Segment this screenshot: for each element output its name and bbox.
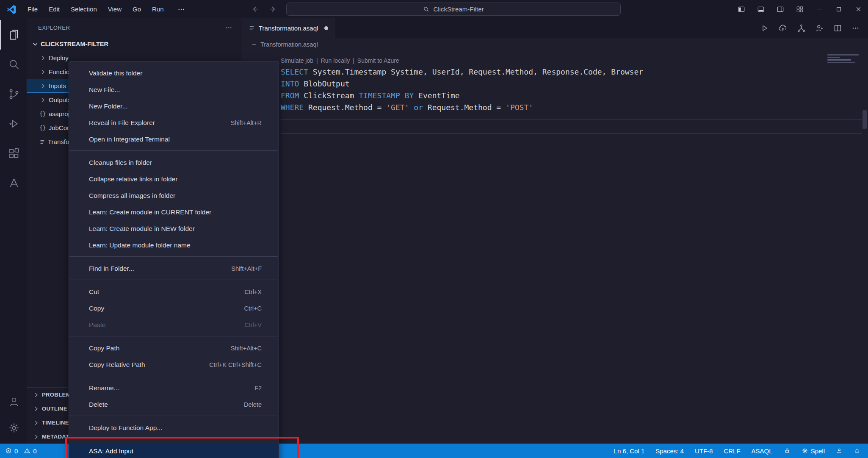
- indentation[interactable]: Spaces: 4: [655, 447, 684, 455]
- modified-dot-icon[interactable]: [324, 26, 328, 30]
- menu-item-cut[interactable]: CutCtrl+X: [69, 283, 279, 300]
- customize-layout-icon[interactable]: [790, 0, 810, 18]
- account-icon[interactable]: [0, 389, 27, 415]
- notifications-bell-icon[interactable]: [854, 447, 860, 454]
- explorer-icon[interactable]: [0, 20, 27, 50]
- menu-run[interactable]: Run: [147, 0, 169, 18]
- settings-gear-icon[interactable]: [0, 415, 27, 441]
- menu-item-deploy-to-function-app[interactable]: Deploy to Function App...: [69, 419, 279, 436]
- split-editor-icon[interactable]: [833, 24, 842, 33]
- minimize-icon[interactable]: [810, 0, 829, 18]
- menu-item-copy-path[interactable]: Copy PathShift+Alt+C: [69, 340, 279, 356]
- menu-item-validate-this-folder[interactable]: Validate this folder: [69, 65, 279, 81]
- chevron-right-icon: [33, 391, 39, 398]
- codelens-run-locally[interactable]: Run locally: [321, 57, 350, 64]
- menu-item-label: Reveal in File Explorer: [89, 119, 155, 127]
- menu-item-rename[interactable]: Rename...F2: [69, 380, 279, 396]
- code-line: FROM ClickStream TIMESTAMP BY EventTime: [281, 90, 868, 102]
- menu-item-shortcut: Shift+Alt+C: [231, 345, 262, 352]
- search-sidebar-icon[interactable]: [0, 50, 27, 79]
- menu-item-cleanup-files-in-folder[interactable]: Cleanup files in folder: [69, 154, 279, 171]
- live-share-icon[interactable]: [815, 24, 824, 33]
- cursor-position[interactable]: Ln 6, Col 1: [614, 447, 645, 455]
- menu-more-icon[interactable]: [172, 0, 191, 18]
- editor-more-actions-icon[interactable]: [851, 24, 860, 32]
- minimap[interactable]: [827, 54, 860, 63]
- toggle-sidebar-icon[interactable]: [732, 0, 751, 18]
- code-editor[interactable]: Simulate job|Run locally|Submit to Azure…: [242, 51, 868, 444]
- menu-item-learn-create-module-in-new-folder[interactable]: Learn: Create module in NEW folder: [69, 220, 279, 237]
- toggle-panel-icon[interactable]: [751, 0, 771, 18]
- run-icon[interactable]: [760, 24, 769, 33]
- explorer-title: EXPLORER: [38, 25, 70, 31]
- menu-item-label: ASA: Add Input: [89, 447, 133, 455]
- warning-count: 0: [33, 447, 36, 455]
- chevron-down-icon: [32, 41, 39, 47]
- tab-label: Transformation.asaql: [259, 25, 318, 32]
- tab-bar: Transformation.asaql: [242, 18, 868, 38]
- menu-item-label: Paste: [89, 321, 106, 329]
- menu-item-asa-add-input[interactable]: ASA: Add Input: [69, 443, 279, 458]
- menu-item-label: Copy: [89, 305, 104, 312]
- vscode-window: FileEditSelectionViewGoRun ClickStream-F…: [0, 0, 868, 458]
- maximize-icon[interactable]: [829, 0, 849, 18]
- menu-file[interactable]: File: [22, 0, 43, 18]
- spell-checker[interactable]: Spell: [802, 447, 825, 455]
- menu-edit[interactable]: Edit: [43, 0, 65, 18]
- breadcrumb[interactable]: Transformation.asaql: [242, 38, 868, 51]
- codelens-simulate-job[interactable]: Simulate job: [281, 57, 313, 64]
- menu-go[interactable]: Go: [127, 0, 147, 18]
- toggle-secondary-sidebar-icon[interactable]: [771, 0, 790, 18]
- menu-item-new-folder[interactable]: New Folder...: [69, 98, 279, 114]
- codelens-submit-to-azure[interactable]: Submit to Azure: [357, 57, 399, 64]
- tab-transformation-asaql[interactable]: Transformation.asaql: [242, 18, 334, 38]
- tree-root-clickstream-filter[interactable]: CLICKSTREAM-FILTER: [27, 37, 242, 51]
- search-input[interactable]: ClickStream-Filter: [286, 3, 621, 16]
- menu-item-delete[interactable]: DeleteDelete: [69, 396, 279, 413]
- menu-item-collapse-relative-links-in-folder[interactable]: Collapse relative links in folder: [69, 171, 279, 187]
- file-icon: [249, 25, 255, 31]
- cloud-upload-icon[interactable]: [778, 24, 788, 33]
- section-label: OUTLINE: [42, 405, 67, 412]
- menu-selection[interactable]: Selection: [65, 0, 102, 18]
- eol-sequence[interactable]: CRLF: [724, 447, 740, 455]
- menu-separator: [69, 150, 278, 151]
- menu-item-label: New Folder...: [89, 103, 127, 110]
- extensions-icon[interactable]: [0, 139, 27, 168]
- menu-item-open-in-integrated-terminal[interactable]: Open in Integrated Terminal: [69, 131, 279, 147]
- warning-icon: [24, 447, 30, 454]
- menu-item-copy-relative-path[interactable]: Copy Relative PathCtrl+K Ctrl+Shift+C: [69, 356, 279, 373]
- search-value: ClickStream-Filter: [433, 6, 484, 13]
- close-icon[interactable]: [849, 0, 868, 18]
- menu-item-new-file[interactable]: New File...: [69, 81, 279, 98]
- explorer-more-actions-icon[interactable]: [225, 24, 232, 31]
- error-count: 0: [14, 447, 18, 455]
- context-menu: Validate this folderNew File...New Folde…: [69, 61, 279, 458]
- menu-separator: [69, 416, 278, 416]
- menu-item-reveal-in-file-explorer[interactable]: Reveal in File ExplorerShift+Alt+R: [69, 114, 279, 131]
- menu-item-learn-create-module-in-current-folder[interactable]: Learn: Create module in CURRENT folder: [69, 204, 279, 220]
- codelens-actions: Simulate job|Run locally|Submit to Azure: [281, 55, 868, 66]
- source-control-icon[interactable]: [0, 79, 27, 109]
- menu-item-label: Cut: [89, 288, 99, 296]
- feedback-icon[interactable]: [836, 447, 843, 454]
- azure-icon[interactable]: [0, 168, 27, 198]
- hierarchy-icon[interactable]: [797, 24, 806, 33]
- problems-status[interactable]: 0 0: [5, 447, 37, 455]
- encoding[interactable]: UTF-8: [695, 447, 713, 455]
- lock-icon[interactable]: [784, 447, 791, 454]
- language-mode[interactable]: ASAQL: [752, 447, 773, 455]
- section-label: TIMELINE: [42, 419, 69, 426]
- scrollbar[interactable]: [862, 110, 867, 129]
- menu-item-paste[interactable]: PasteCtrl+V: [69, 316, 279, 333]
- search-icon: [423, 6, 429, 12]
- menu-item-compress-all-images-in-folder[interactable]: Compress all images in folder: [69, 187, 279, 204]
- menu-item-find-in-folder[interactable]: Find in Folder...Shift+Alt+F: [69, 260, 279, 277]
- go-forward-icon[interactable]: [266, 3, 279, 16]
- menu-item-copy[interactable]: CopyCtrl+C: [69, 300, 279, 316]
- chevron-right-icon: [39, 55, 46, 61]
- run-debug-icon[interactable]: [0, 109, 27, 139]
- go-back-icon[interactable]: [249, 3, 262, 16]
- menu-view[interactable]: View: [102, 0, 127, 18]
- menu-item-learn-update-module-folder-name[interactable]: Learn: Update module folder name: [69, 237, 279, 253]
